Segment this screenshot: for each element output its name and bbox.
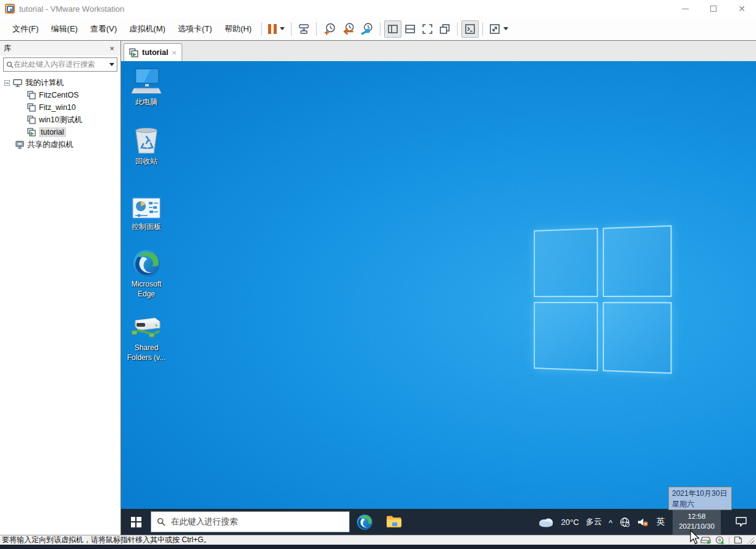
cd-dvd-status-icon[interactable] xyxy=(715,536,724,545)
menu-edit[interactable]: 编辑(E) xyxy=(45,21,84,37)
desktop-icon-label: Shared Folders (v... xyxy=(121,343,172,363)
tree-node-tutorial[interactable]: tutorial xyxy=(0,126,120,138)
weather-condition[interactable]: 多云 xyxy=(586,516,602,527)
network-globe-icon[interactable] xyxy=(620,517,630,527)
library-close-icon[interactable]: × xyxy=(107,44,117,53)
taskbar-search-placeholder: 在此键入进行搜索 xyxy=(171,516,238,527)
vm-console-screen[interactable]: 此电脑 回收站 xyxy=(121,61,756,535)
menu-file[interactable]: 文件(F) xyxy=(6,21,45,37)
toolbar-separator xyxy=(457,22,458,36)
desktop-icon-recycle-bin[interactable]: 回收站 xyxy=(121,125,172,167)
unity-mode-icon xyxy=(439,23,450,35)
resize-grip[interactable] xyxy=(747,537,754,544)
weather-cloud-icon xyxy=(538,516,554,527)
tab-tutorial[interactable]: tutorial × xyxy=(124,43,182,61)
collapse-icon[interactable] xyxy=(4,80,10,86)
vm-icon xyxy=(27,103,36,112)
tree-node-label: FitzCentOS xyxy=(39,91,79,99)
ctrl-alt-del-icon xyxy=(298,23,310,35)
maximize-button[interactable] xyxy=(699,0,728,17)
action-center-button[interactable] xyxy=(728,509,755,535)
title-bar: tutorial - VMware Workstation ✕ xyxy=(0,0,756,17)
shared-folders-icon xyxy=(121,312,172,342)
tree-node-label: 共享的虚拟机 xyxy=(27,140,74,150)
tree-node-fitz-win10[interactable]: Fitz_win10 xyxy=(0,101,120,114)
taskbar-edge-button[interactable] xyxy=(350,509,379,535)
file-explorer-icon xyxy=(386,515,402,529)
status-bar: 要将输入定向到该虚拟机，请将鼠标指针移入其中或按 Ctrl+G。 xyxy=(0,535,756,545)
close-button[interactable]: ✕ xyxy=(728,0,756,17)
pause-vm-button[interactable] xyxy=(266,20,287,38)
tree-node-label: 我的计算机 xyxy=(25,78,64,88)
show-thumbnail-bar-button[interactable] xyxy=(401,20,419,38)
search-dropdown-icon xyxy=(109,63,114,66)
taskbar-file-explorer-button[interactable] xyxy=(379,509,409,535)
manage-snapshots-button[interactable] xyxy=(358,20,376,38)
tree-node-my-computer[interactable]: 我的计算机 xyxy=(0,77,120,89)
pause-icon xyxy=(268,24,277,34)
ime-indicator[interactable]: 英 xyxy=(655,516,666,527)
library-panel-icon xyxy=(387,23,398,35)
desktop-icon-this-pc[interactable]: 此电脑 xyxy=(121,66,172,107)
tree-node-label: tutorial xyxy=(39,127,66,137)
minimize-icon xyxy=(682,9,689,9)
computer-icon xyxy=(13,79,22,87)
hidden-icons-chevron[interactable]: ^ xyxy=(608,518,612,527)
free-stretch-button[interactable] xyxy=(487,20,511,38)
tree-node-win10-test[interactable]: win10测试机 xyxy=(0,114,120,126)
tooltip-date: 2021年10月30日 xyxy=(672,488,728,499)
menu-help[interactable]: 帮助(H) xyxy=(218,21,258,37)
close-icon: ✕ xyxy=(738,4,746,13)
weather-temp[interactable]: 20°C xyxy=(561,518,579,527)
library-panel: 库 × 在此处键入内容进行搜索 我的计算机 Fit xyxy=(0,41,121,535)
edge-icon xyxy=(121,248,172,278)
show-library-button[interactable] xyxy=(384,20,401,38)
send-ctrl-alt-del-button[interactable] xyxy=(295,20,313,38)
tree-node-shared-vms[interactable]: 共享的虚拟机 xyxy=(0,138,120,151)
fullscreen-button[interactable] xyxy=(419,20,436,38)
volume-muted-icon[interactable] xyxy=(637,517,649,527)
revert-snapshot-icon xyxy=(342,22,355,36)
toolbar-separator xyxy=(316,22,317,36)
start-button[interactable] xyxy=(121,509,151,535)
window-title: tutorial - VMware Workstation xyxy=(19,4,124,14)
minimize-button[interactable] xyxy=(671,0,699,17)
search-icon xyxy=(157,518,166,526)
tooltip-weekday: 星期六 xyxy=(672,499,728,509)
menu-tabs[interactable]: 选项卡(T) xyxy=(172,21,219,37)
vm-icon xyxy=(27,115,36,124)
recycle-bin-icon xyxy=(121,125,172,155)
vm-taskbar: 在此键入进行搜索 xyxy=(121,509,756,535)
desktop-icon-shared-folders[interactable]: Shared Folders (v... xyxy=(121,312,172,363)
screen-bottom-strip xyxy=(0,545,756,549)
desktop-icon-microsoft-edge[interactable]: Microsoft Edge xyxy=(121,248,172,299)
desktop-icon-label: 控制面板 xyxy=(121,222,172,232)
mouse-cursor xyxy=(690,530,700,545)
menu-toolbar: 文件(F) 编辑(E) 查看(V) 虚拟机(M) 选项卡(T) 帮助(H) xyxy=(0,17,756,41)
library-search-input[interactable]: 在此处键入内容进行搜索 xyxy=(3,57,117,72)
console-view-button[interactable] xyxy=(461,20,479,38)
hard-disk-status-icon[interactable] xyxy=(700,536,711,544)
message-log-icon[interactable] xyxy=(734,536,742,544)
tab-close-icon[interactable]: × xyxy=(172,48,177,57)
toolbar-separator xyxy=(482,22,483,36)
vmware-app-icon xyxy=(5,4,15,14)
taskbar-search-input[interactable]: 在此键入进行搜索 xyxy=(151,511,350,532)
chevron-down-icon xyxy=(280,27,285,30)
unity-mode-button[interactable] xyxy=(436,20,453,38)
desktop-icon-label: 此电脑 xyxy=(121,98,172,107)
tree-node-label: win10测试机 xyxy=(39,115,82,125)
menu-vm[interactable]: 虚拟机(M) xyxy=(123,21,172,37)
chevron-down-icon xyxy=(503,27,508,30)
free-stretch-icon xyxy=(489,23,500,35)
desktop-icon-control-panel[interactable]: 控制面板 xyxy=(121,191,172,232)
control-panel-icon xyxy=(121,191,172,220)
tree-node-fitzcentos[interactable]: FitzCentOS xyxy=(0,89,120,101)
clock-time: 12:58 xyxy=(688,512,706,522)
take-snapshot-button[interactable] xyxy=(321,20,339,38)
desktop-icon-label: 回收站 xyxy=(121,157,172,167)
library-header: 库 × xyxy=(0,41,120,56)
menu-view[interactable]: 查看(V) xyxy=(84,21,123,37)
tab-bar: tutorial × xyxy=(121,41,756,61)
revert-snapshot-button[interactable] xyxy=(339,20,358,38)
